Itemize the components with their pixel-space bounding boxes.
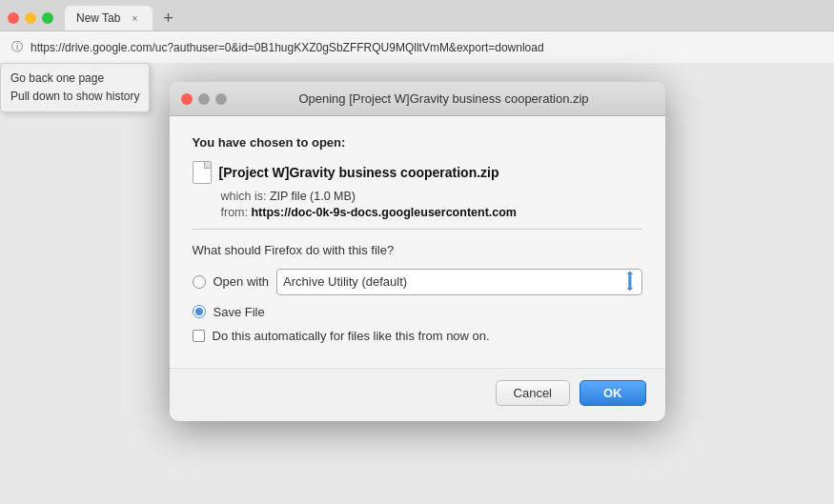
file-icon (193, 161, 212, 184)
auto-option: Do this automatically for files like thi… (193, 329, 642, 343)
file-from-row: from: https://doc-0k-9s-docs.googleuserc… (221, 206, 642, 219)
tab-label: New Tab (76, 11, 120, 25)
open-with-radio[interactable] (193, 275, 206, 289)
ok-button[interactable]: OK (580, 380, 646, 406)
new-tab-button[interactable]: + (156, 7, 179, 30)
browser-chrome: New Tab × + ⓘ https://drive.google.com/u… (0, 0, 834, 63)
browser-content: Opening [Project W]Gravity business coop… (0, 63, 834, 504)
dialog-header: You have chosen to open: (193, 135, 642, 150)
separator (193, 229, 642, 230)
tooltip-line1: Go back one page (10, 70, 139, 88)
open-with-option: Open with Archive Utility (default) ⬆⬇ (193, 269, 642, 295)
window-close-button[interactable] (8, 12, 19, 24)
open-with-dropdown[interactable]: Archive Utility (default) ⬆⬇ (276, 269, 641, 295)
file-name: [Project W]Gravity business cooperation.… (219, 165, 499, 180)
security-icon: ⓘ (11, 39, 23, 55)
dialog-title: Opening [Project W]Gravity business coop… (234, 91, 654, 106)
question-label: What should Firefox do with this file? (193, 243, 642, 257)
cancel-button[interactable]: Cancel (496, 380, 570, 406)
window-minimize-button[interactable] (25, 12, 36, 24)
tab-close-button[interactable]: × (128, 11, 141, 25)
auto-label: Do this automatically for files like thi… (213, 329, 490, 343)
open-with-dropdown-value: Archive Utility (default) (283, 274, 407, 289)
dialog-footer: Cancel OK (170, 368, 665, 421)
tooltip-line2: Pull down to show history (10, 88, 139, 106)
browser-tab[interactable]: New Tab × (65, 6, 153, 30)
window-maximize-button[interactable] (42, 12, 53, 24)
dialog-close-button[interactable] (181, 93, 193, 105)
url-display: https://drive.google.com/uc?authuser=0&i… (31, 41, 823, 54)
dropdown-arrow-icon: ⬆⬇ (624, 272, 636, 292)
save-file-radio[interactable] (193, 305, 206, 318)
tab-bar: New Tab × + (0, 0, 834, 30)
dialog-minimize-button[interactable] (198, 93, 210, 105)
back-tooltip: Go back one page Pull down to show histo… (0, 63, 150, 112)
file-type-row: which is: ZIP file (1.0 MB) (221, 190, 642, 203)
save-file-option: Save File (193, 305, 642, 319)
window-controls (8, 12, 53, 24)
dialog-titlebar: Opening [Project W]Gravity business coop… (170, 82, 665, 116)
from-label: from: (221, 206, 248, 219)
dialog-controls (181, 93, 227, 105)
from-url: https://doc-0k-9s-docs.googleusercontent… (251, 206, 517, 219)
address-bar: ⓘ https://drive.google.com/uc?authuser=0… (0, 30, 834, 63)
dialog-overlay: Opening [Project W]Gravity business coop… (0, 63, 834, 504)
file-type-value: ZIP file (1.0 MB) (270, 190, 356, 203)
save-file-label: Save File (214, 305, 265, 319)
dialog-maximize-button[interactable] (215, 93, 227, 105)
file-open-dialog: Opening [Project W]Gravity business coop… (170, 82, 665, 421)
which-is-label: which is: (221, 190, 267, 203)
file-info-row: [Project W]Gravity business cooperation.… (193, 161, 642, 184)
auto-checkbox[interactable] (193, 330, 205, 342)
open-with-label: Open with (214, 274, 270, 289)
dialog-body: You have chosen to open: [Project W]Grav… (170, 116, 665, 368)
